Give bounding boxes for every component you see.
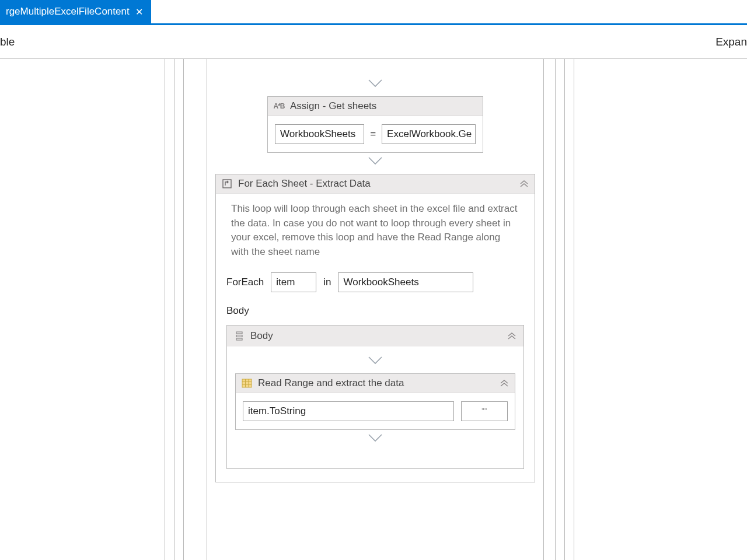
foreach-body-container: This loop will loop through each sheet i…: [216, 194, 535, 482]
range-field[interactable]: "": [461, 401, 508, 421]
activity-header[interactable]: For Each Sheet - Extract Data: [216, 174, 535, 194]
flow-connector[interactable]: [368, 356, 383, 365]
svg-rect-2: [236, 335, 242, 337]
activity-header[interactable]: Read Range and extract the data: [236, 374, 515, 393]
activity-annotation: This loop will loop through each sheet i…: [226, 202, 524, 260]
svg-rect-1: [236, 332, 242, 334]
table-icon: [242, 378, 252, 388]
in-label: in: [323, 276, 331, 288]
flow-connector[interactable]: [368, 79, 383, 88]
flow-connector[interactable]: [368, 433, 383, 443]
foreach-icon: [222, 178, 232, 189]
read-range-body: item.ToString "": [236, 393, 515, 429]
read-range-activity[interactable]: Read Range and extract the data item.ToS…: [235, 373, 515, 430]
tab-bar: rgeMultipleExcelFileContent ✕: [0, 0, 747, 23]
foreach-label: ForEach: [226, 276, 264, 288]
svg-rect-4: [242, 379, 252, 387]
sequence-icon: [234, 331, 245, 341]
expand-all-button[interactable]: Expan: [715, 36, 747, 48]
sheet-name-field[interactable]: item.ToString: [243, 401, 454, 421]
activity-header[interactable]: Body: [227, 326, 523, 346]
foreach-params: ForEach item in WorkbookSheets: [226, 272, 524, 292]
activity-title: For Each Sheet - Extract Data: [238, 178, 371, 190]
assign-to-field[interactable]: WorkbookSheets: [275, 124, 364, 144]
tab-title: rgeMultipleExcelFileContent: [6, 6, 130, 18]
assign-icon: A*B: [274, 101, 284, 111]
tab-active[interactable]: rgeMultipleExcelFileContent ✕: [0, 0, 151, 23]
assign-value-field[interactable]: ExcelWorkbook.Ge: [382, 124, 476, 144]
collapse-icon[interactable]: [507, 332, 516, 340]
equals-label: =: [370, 128, 376, 140]
sequence-column: A*B Assign - Get sheets WorkbookSheets =…: [207, 59, 544, 560]
activity-title: Read Range and extract the data: [258, 377, 404, 389]
workflow-canvas[interactable]: A*B Assign - Get sheets WorkbookSheets =…: [0, 59, 747, 560]
sequence-body: Read Range and extract the data item.ToS…: [227, 346, 523, 468]
toolbar-left-label[interactable]: ble: [0, 36, 15, 48]
assign-activity[interactable]: A*B Assign - Get sheets WorkbookSheets =…: [267, 96, 483, 153]
sequence-activity[interactable]: Body: [226, 325, 524, 469]
activity-title: Assign - Get sheets: [290, 100, 376, 112]
collapse-icon[interactable]: [500, 379, 509, 387]
activity-header[interactable]: A*B Assign - Get sheets: [268, 97, 483, 116]
close-icon[interactable]: ✕: [135, 6, 143, 18]
foreach-activity[interactable]: For Each Sheet - Extract Data This loop …: [215, 174, 535, 482]
svg-rect-3: [236, 338, 242, 340]
foreach-item-field[interactable]: item: [271, 272, 316, 292]
designer-toolbar: ble Expan: [0, 23, 747, 58]
flow-connector[interactable]: [368, 156, 383, 166]
activity-title: Body: [250, 330, 273, 342]
body-label: Body: [226, 305, 524, 317]
foreach-collection-field[interactable]: WorkbookSheets: [338, 272, 473, 292]
assign-body: WorkbookSheets = ExcelWorkbook.Ge: [268, 116, 483, 152]
collapse-icon[interactable]: [519, 180, 529, 188]
